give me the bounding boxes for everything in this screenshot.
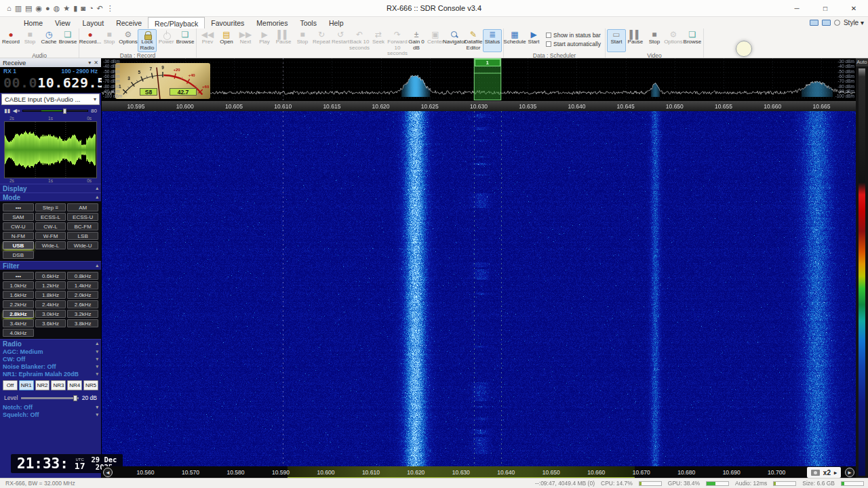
minimize-button[interactable]: ─ — [783, 0, 811, 17]
filter-button-3-0khz[interactable]: 3.0kHz — [35, 310, 66, 318]
waterfall-palette-bar[interactable]: Auto — [856, 58, 868, 478]
filter-button-1-2khz[interactable]: 1.2kHz — [35, 281, 66, 289]
seek-button[interactable]: ⇄Seek — [369, 29, 388, 52]
cache-button[interactable]: ◷Cache — [39, 29, 58, 52]
filter-button-2-8khz[interactable]: 2.8kHz — [3, 310, 34, 318]
nr-button-nr2[interactable]: NR2 — [35, 380, 50, 390]
record-button[interactable]: ●Record... — [81, 29, 100, 52]
radio-row-agc[interactable]: AGC: Medium▾ — [0, 348, 101, 355]
nr-level-handle[interactable] — [73, 395, 77, 401]
filter-button-4-0khz[interactable]: 4.0kHz — [3, 329, 34, 337]
stop-button[interactable]: ■Stop — [293, 29, 312, 52]
filter-button-2-4khz[interactable]: 2.4kHz — [35, 300, 66, 308]
gain-0-db-button[interactable]: ±Gain 0 dB — [407, 29, 426, 52]
zoom-expand-icon[interactable]: ▸ — [834, 470, 837, 476]
filter-button-3-2khz[interactable]: 3.2kHz — [67, 310, 98, 318]
tab-help[interactable]: Help — [323, 17, 350, 28]
waterfall-display[interactable] — [102, 111, 856, 466]
filter-button-2-6khz[interactable]: 2.6kHz — [67, 300, 98, 308]
filter-button-3-6khz[interactable]: 3.6kHz — [35, 319, 66, 327]
filter-button-[interactable]: ••• — [3, 272, 34, 280]
navigator-button[interactable]: Navigator — [445, 29, 464, 52]
nr-button-off[interactable]: Off — [3, 380, 18, 390]
tab-receive[interactable]: Receive — [110, 17, 148, 28]
open-button[interactable]: ▤Open — [217, 29, 236, 52]
home-icon[interactable]: ⌂ — [7, 4, 12, 13]
nr-button-nr5[interactable]: NR5 — [83, 380, 98, 390]
stop-button[interactable]: ■Stop — [645, 29, 664, 52]
squelch-row[interactable]: Squelch: Off▾ — [0, 411, 101, 418]
stop-button[interactable]: ■Stop — [100, 29, 119, 52]
favourite-icon[interactable]: ★ — [63, 4, 70, 13]
datafile-editor-button[interactable]: ✎Datafile Editor — [464, 29, 483, 52]
radio-row-cw[interactable]: CW: Off▾ — [0, 355, 101, 363]
show-in-status-bar-checkbox[interactable]: Show in status bar — [546, 32, 601, 39]
filter-button-2-2khz[interactable]: 2.2kHz — [3, 300, 34, 308]
close-button[interactable]: ✕ — [840, 0, 868, 17]
mode-button-usb[interactable]: USB — [3, 241, 34, 249]
record-icon[interactable]: ● — [45, 4, 50, 13]
palette-gradient[interactable] — [859, 68, 865, 476]
filter-button-0-6khz[interactable]: 0.6kHz — [35, 272, 66, 280]
status-button[interactable]: ≣Status — [483, 29, 502, 52]
tab-favourites[interactable]: Favourites — [205, 17, 250, 28]
theme-icon[interactable] — [834, 20, 840, 26]
stop-button[interactable]: ■Stop — [20, 29, 39, 52]
monitor-icon[interactable] — [822, 20, 831, 26]
section-filter[interactable]: Filter▴ — [0, 261, 101, 270]
start-button[interactable]: ▶Start — [524, 29, 543, 52]
repeat-button[interactable]: ↻Repeat — [312, 29, 331, 52]
browse-button[interactable]: ❏Browse — [58, 29, 77, 52]
power-button[interactable]: Power — [157, 29, 176, 52]
style-button[interactable]: Style ▾ — [844, 19, 864, 26]
tab-memories[interactable]: Memories — [250, 17, 294, 28]
filter-button-3-8khz[interactable]: 3.8kHz — [67, 319, 98, 327]
nr-button-nr1[interactable]: NR1 — [19, 380, 34, 390]
tab-tools[interactable]: Tools — [294, 17, 323, 28]
user-icon[interactable]: ◔ — [89, 4, 94, 13]
tuned-frequency[interactable]: 00.010.629.500 — [3, 75, 98, 91]
browse-button[interactable]: ❏Browse — [176, 29, 195, 52]
band-navigation-bar[interactable]: 10.56010.57010.58010.59010.60010.61010.6… — [102, 466, 856, 479]
maximize-button[interactable]: □ — [811, 0, 840, 17]
prev-button[interactable]: ◀◀Prev — [198, 29, 217, 52]
rx1-marker-badge[interactable]: 1 — [475, 59, 500, 66]
close-icon[interactable]: ✕ — [94, 60, 98, 66]
undo-icon[interactable]: ↶ — [97, 4, 103, 13]
nav-right-arrow-button[interactable]: ► — [845, 468, 854, 477]
mode-button-step[interactable]: Step ≡ — [35, 203, 66, 211]
disc-icon[interactable]: ◍ — [54, 4, 60, 13]
camera-icon[interactable] — [811, 470, 820, 476]
users-icon[interactable]: ▥ — [15, 4, 22, 13]
nr-button-nr4[interactable]: NR4 — [67, 380, 82, 390]
mode-button-n-fm[interactable]: N-FM — [3, 232, 34, 240]
mode-button-lsb[interactable]: LSB — [67, 232, 98, 240]
battery-icon[interactable]: ▮ — [73, 4, 77, 13]
filter-button-0-8khz[interactable]: 0.8kHz — [67, 272, 98, 280]
tab-layout[interactable]: Layout — [77, 17, 111, 28]
notch-row[interactable]: Notch: Off▾ — [0, 403, 101, 411]
start-button[interactable]: ▭Start — [607, 29, 626, 52]
play-icon[interactable]: ◉ — [35, 4, 42, 13]
lock-radio-button[interactable]: Lock Radio — [138, 29, 157, 52]
mode-button-cw-u[interactable]: CW-U — [3, 222, 34, 230]
mode-button-dsb[interactable]: DSB — [3, 251, 34, 259]
spectrum-display[interactable]: 13579+20+40+60 S8 42.7 1 -30 dBm-30 dBm-… — [102, 58, 856, 100]
more-icon[interactable]: ⋮ — [106, 4, 114, 13]
nav-left-arrow-button[interactable]: ◄ — [103, 468, 113, 477]
play-button[interactable]: ▶Play — [255, 29, 274, 52]
mode-button-[interactable]: ••• — [3, 203, 34, 211]
mode-button-bc-fm[interactable]: BC-FM — [67, 222, 98, 230]
section-display[interactable]: Display▴ — [0, 184, 101, 192]
options-button[interactable]: ⚙Options — [119, 29, 138, 52]
mode-button-ecss-u[interactable]: ECSS-U — [67, 213, 98, 221]
audio-device-select[interactable]: CABLE Input (VB-Audio ... ▾ — [1, 94, 100, 105]
options-button[interactable]: ⚙Options — [664, 29, 683, 52]
section-radio[interactable]: Radio▴ — [0, 339, 101, 348]
filter-button-3-4khz[interactable]: 3.4kHz — [3, 319, 34, 327]
speaker-icon[interactable]: ◀» — [13, 108, 20, 114]
mode-button-w-fm[interactable]: W-FM — [35, 232, 66, 240]
browse-button[interactable]: ❏Browse — [683, 29, 702, 52]
mode-button-wide-l[interactable]: Wide-L — [35, 241, 66, 249]
record-button[interactable]: ●Record — [1, 29, 20, 52]
